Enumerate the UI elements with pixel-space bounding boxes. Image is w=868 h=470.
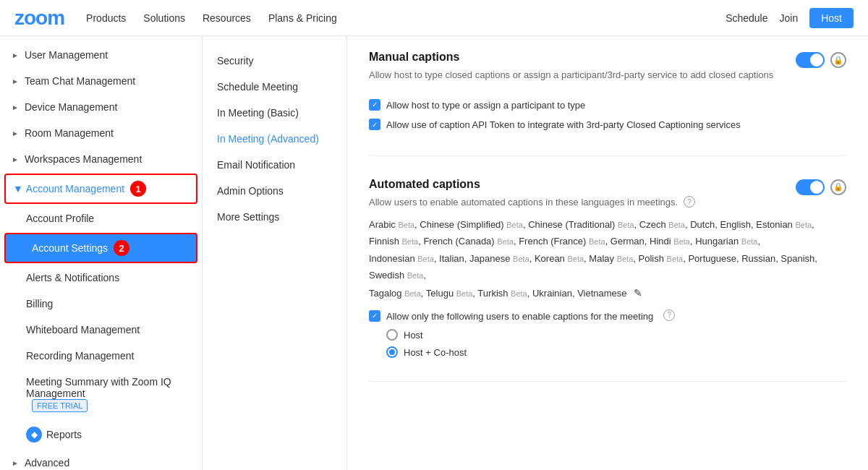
radio-host-label: Host (404, 330, 423, 341)
lang-korean: Korean (535, 253, 568, 264)
lang-portuguese: Portuguese (688, 253, 736, 264)
lang-chinese-simplified: Chinese (Simplified) (420, 219, 506, 230)
automated-captions-toggle-row: Automated captions 🔒 (369, 178, 846, 195)
lang-ff-beta: Beta (589, 237, 605, 246)
lang-malay-beta: Beta (617, 255, 634, 263)
automated-captions-section: Automated captions 🔒 Allow users to enab… (369, 178, 846, 383)
settings-nav-in-meeting-basic[interactable]: In Meeting (Basic) (203, 100, 346, 126)
settings-nav-security[interactable]: Security (203, 48, 346, 74)
lang-spanish: Spanish (780, 253, 814, 264)
main-content: Manual captions Allow host to type close… (347, 36, 868, 470)
radio-cohost-label: Host + Co-host (404, 347, 467, 358)
sidebar-sub-meeting-summary[interactable]: Meeting Summary with Zoom IQ Management … (0, 369, 202, 419)
radio-inner-dot (389, 349, 395, 355)
lang-malay: Malay (589, 253, 616, 264)
allow-only-checkbox[interactable]: ✓ (369, 310, 380, 322)
lang-hindi: Hindi (650, 236, 673, 247)
chevron-down-icon: ▼ (13, 183, 23, 195)
automated-captions-text: Automated captions (369, 178, 480, 195)
chevron-right-icon: ► (12, 77, 19, 85)
radio-group: Host Host + Co-host (386, 329, 846, 358)
sidebar-item-team-chat[interactable]: ► Team Chat Management (0, 68, 202, 94)
top-nav: zoom Products Solutions Resources Plans … (0, 0, 868, 36)
nav-plans[interactable]: Plans & Pricing (268, 12, 337, 24)
automated-captions-controls: 🔒 (796, 179, 846, 195)
allow-only-help-icon[interactable]: ? (663, 309, 675, 321)
lang-italian: Italian (439, 253, 464, 264)
nav-products[interactable]: Products (86, 12, 126, 24)
lang-hungarian-beta: Beta (741, 237, 758, 246)
lang-finnish: Finnish (369, 236, 402, 247)
help-icon[interactable]: ? (684, 196, 695, 208)
manual-captions-toggle-row: Manual captions Allow host to type close… (369, 51, 846, 91)
automated-captions-toggle[interactable] (796, 179, 825, 195)
sidebar-sub-account-profile[interactable]: Account Profile (0, 205, 202, 231)
lock-icon-2[interactable]: 🔒 (830, 179, 846, 195)
nav-resources[interactable]: Resources (203, 12, 251, 24)
lang-polish-beta: Beta (667, 255, 684, 263)
lang-vietnamese: Vietnamese (577, 288, 626, 299)
sidebar-sub-reports[interactable]: ◆ Reports (0, 419, 202, 450)
lang-polish: Polish (639, 253, 667, 264)
lang-arabic: Arabic (369, 219, 398, 230)
shield-icon: ◆ (26, 427, 42, 443)
sidebar-item-device-management[interactable]: ► Device Management (0, 94, 202, 120)
radio-host-button[interactable] (386, 329, 398, 341)
lang-czech: Czech (639, 219, 668, 230)
manual-captions-checkbox-1: ✓ Allow host to type or assign a partici… (369, 98, 846, 113)
settings-nav-email-notification[interactable]: Email Notification (203, 152, 346, 178)
nav-solutions[interactable]: Solutions (143, 12, 185, 24)
manual-captions-desc: Allow host to type closed captions or as… (369, 68, 773, 82)
nav-join[interactable]: Join (780, 12, 799, 24)
sidebar-sub-account-settings[interactable]: Account Settings 2 (4, 233, 197, 263)
manual-captions-text: Manual captions Allow host to type close… (369, 51, 773, 91)
lock-icon[interactable]: 🔒 (830, 52, 846, 68)
manual-captions-checkboxes: ✓ Allow host to type or assign a partici… (369, 98, 846, 132)
lang-indonesian: Indonesian (369, 253, 417, 264)
lang-japanese: Japanese (469, 253, 513, 264)
languages-block: Arabic Beta, Chinese (Simplified) Beta, … (369, 216, 846, 302)
lang-fc-beta: Beta (497, 237, 514, 246)
sidebar-item-user-management[interactable]: ► User Management (0, 42, 202, 68)
nav-right: Schedule Join Host (726, 8, 854, 28)
sidebar-item-room-management[interactable]: ► Room Management (0, 120, 202, 146)
checkbox-checked-icon-2[interactable]: ✓ (369, 119, 380, 130)
lang-ukrainian: Ukrainian (532, 288, 572, 299)
sidebar-sub-alerts[interactable]: Alerts & Notifications (0, 265, 202, 291)
settings-nav-schedule-meeting[interactable]: Schedule Meeting (203, 74, 346, 100)
edit-icon[interactable]: ✎ (634, 287, 642, 299)
nav-links: Products Solutions Resources Plans & Pri… (86, 12, 726, 24)
radio-cohost-button[interactable] (386, 346, 398, 358)
lang-russian: Russian (741, 253, 775, 264)
sidebar-sub-billing[interactable]: Billing (0, 291, 202, 317)
radio-host: Host (386, 329, 846, 341)
manual-captions-title: Manual captions (369, 51, 773, 64)
lang-english: English (720, 219, 751, 230)
settings-nav-admin-options[interactable]: Admin Options (203, 178, 346, 204)
sidebar: ► User Management ► Team Chat Management… (0, 36, 203, 470)
logo[interactable]: zoom (14, 7, 64, 30)
lang-estonian: Estonian (756, 219, 795, 230)
nav-schedule[interactable]: Schedule (726, 12, 767, 24)
lang-indonesian-beta: Beta (417, 255, 434, 263)
manual-captions-controls: 🔒 (796, 52, 846, 68)
sidebar-sub-whiteboard[interactable]: Whiteboard Management (0, 317, 202, 343)
manual-captions-checkbox-2: ✓ Allow use of caption API Token to inte… (369, 118, 846, 132)
checkbox-1-label: Allow host to type or assign a participa… (386, 98, 585, 113)
settings-nav-more-settings[interactable]: More Settings (203, 204, 346, 230)
settings-nav-in-meeting-advanced[interactable]: In Meeting (Advanced) (203, 126, 346, 152)
chevron-right-icon: ► (12, 51, 19, 59)
lang-swedish: Swedish (369, 270, 407, 281)
sidebar-item-advanced[interactable]: ► Advanced (0, 450, 202, 470)
nav-host[interactable]: Host (809, 8, 854, 28)
sidebar-item-account-management[interactable]: ▼ Account Management 1 (4, 174, 197, 204)
sidebar-item-workspaces-management[interactable]: ► Workspaces Management (0, 146, 202, 172)
checkbox-checked-icon[interactable]: ✓ (369, 99, 380, 111)
lang-dutch: Dutch (690, 219, 715, 230)
manual-captions-toggle[interactable] (796, 52, 825, 68)
badge-1: 1 (130, 181, 146, 197)
badge-2: 2 (114, 240, 129, 256)
lang-ct-beta: Beta (618, 221, 634, 229)
sidebar-sub-recording[interactable]: Recording Management (0, 343, 202, 369)
lang-finnish-beta: Beta (402, 237, 419, 246)
